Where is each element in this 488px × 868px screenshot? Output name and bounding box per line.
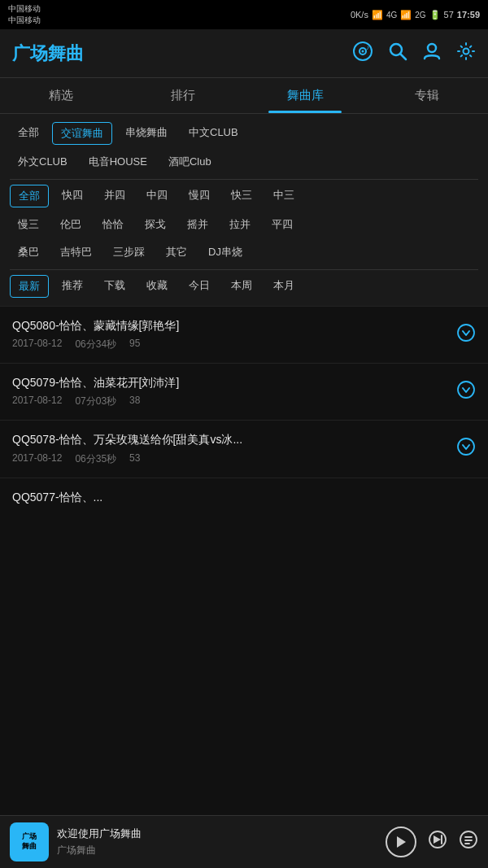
filter-group1-row1: 全部 交谊舞曲 串烧舞曲 中文CLUB	[10, 122, 478, 145]
status-right: 0K/s 📶 4G 📶 2G 🔋 57 17:59	[351, 10, 480, 20]
filter-quanbu2[interactable]: 全部	[10, 185, 49, 207]
filter-jiaoyiwuqu[interactable]: 交谊舞曲	[52, 122, 112, 145]
filter-qita[interactable]: 其它	[158, 242, 195, 263]
filter-group2-row1: 全部 快四 并四 中四 慢四 快三 中三	[10, 185, 478, 207]
filter-chuanshao[interactable]: 串烧舞曲	[117, 122, 176, 145]
filter-mansan[interactable]: 慢三	[10, 214, 47, 235]
app-title: 广场舞曲	[12, 41, 352, 66]
song-date: 2017-08-12	[12, 395, 62, 408]
filter-lunba[interactable]: 伦巴	[52, 214, 89, 235]
filter-labing[interactable]: 拉并	[221, 214, 259, 235]
song-plays: 95	[129, 338, 140, 351]
filter-mansi[interactable]: 慢四	[181, 185, 218, 207]
svg-point-6	[428, 44, 436, 52]
filter-bingsi[interactable]: 并四	[96, 185, 133, 207]
filter-benzou[interactable]: 本周	[223, 275, 260, 298]
svg-point-10	[458, 438, 474, 455]
filter-divider1	[10, 179, 478, 180]
filter-kuaisan[interactable]: 快三	[223, 185, 260, 207]
filter-kuaisi[interactable]: 快四	[54, 185, 91, 207]
song-title: QQ5078-恰恰、万朵玫瑰送给你[甜美真vs冰...	[12, 432, 448, 447]
filter-divider2	[10, 269, 478, 270]
song-plays: 38	[129, 395, 140, 408]
svg-text:♪: ♪	[366, 44, 369, 51]
app-header: 广场舞曲 ♪	[0, 29, 488, 78]
filter-group1-row2: 外文CLUB 电音HOUSE 酒吧Club	[10, 151, 478, 172]
disc-icon[interactable]: ♪	[352, 41, 373, 67]
player-song-title: 欢迎使用广场舞曲	[57, 827, 386, 841]
carrier1: 中国移动	[8, 3, 41, 15]
filter-yaobing[interactable]: 摇并	[179, 214, 216, 235]
battery-icon: 🔋	[429, 10, 441, 20]
filter-waiwenclub[interactable]: 外文CLUB	[10, 151, 76, 172]
tab-jingxuan[interactable]: 精选	[0, 78, 122, 113]
network-speed: 0K/s	[351, 10, 368, 20]
chevron-down-icon[interactable]	[456, 437, 476, 460]
svg-marker-11	[397, 836, 406, 848]
song-meta: 2017-08-12 07分03秒 38	[12, 395, 448, 408]
filter-shoucang[interactable]: 收藏	[138, 275, 176, 298]
svg-point-2	[362, 50, 364, 52]
song-item[interactable]: QQ5080-恰恰、蒙藏情缘[郭艳华] 2017-08-12 06分34秒 95	[0, 307, 488, 364]
play-button[interactable]	[386, 827, 416, 857]
chevron-down-icon[interactable]	[456, 323, 476, 347]
filter-benyue[interactable]: 本月	[265, 275, 303, 298]
song-duration: 06分35秒	[75, 452, 116, 466]
chevron-down-icon[interactable]	[456, 380, 476, 403]
search-icon[interactable]	[388, 41, 407, 66]
header-icons: ♪	[352, 41, 476, 67]
battery-level: 57	[444, 10, 454, 20]
player-subtitle: 广场舞曲	[57, 844, 386, 857]
song-item[interactable]: QQ5078-恰恰、万朵玫瑰送给你[甜美真vs冰... 2017-08-12 0…	[0, 421, 488, 478]
song-duration: 06分34秒	[75, 338, 116, 351]
song-meta: 2017-08-12 06分35秒 53	[12, 452, 448, 466]
filter-zuixin[interactable]: 最新	[10, 275, 49, 298]
player-thumbnail: 广场舞曲	[10, 822, 49, 861]
next-button[interactable]	[428, 830, 447, 854]
settings-icon[interactable]	[456, 41, 476, 66]
user-icon[interactable]	[422, 41, 442, 66]
svg-point-15	[460, 831, 477, 848]
filter-dianyinhouse[interactable]: 电音HOUSE	[81, 151, 155, 172]
song-plays: 53	[129, 452, 140, 466]
song-title: QQ5079-恰恰、油菜花开[刘沛洋]	[12, 375, 448, 390]
filter-sanbucai[interactable]: 三步踩	[105, 242, 153, 263]
tab-wuquku[interactable]: 舞曲库	[244, 78, 366, 113]
main-tabs: 精选 排行 舞曲库 专辑	[0, 78, 488, 114]
filter-xiazai[interactable]: 下载	[96, 275, 133, 298]
tab-zhuanji[interactable]: 专辑	[366, 78, 488, 113]
song-list: QQ5080-恰恰、蒙藏情缘[郭艳华] 2017-08-12 06分34秒 95…	[0, 307, 488, 519]
song-date: 2017-08-12	[12, 452, 62, 466]
song-title: QQ5080-恰恰、蒙藏情缘[郭艳华]	[12, 318, 448, 333]
filter-group3: 最新 推荐 下载 收藏 今日 本周 本月	[10, 275, 478, 298]
filter-jinri[interactable]: 今日	[181, 275, 218, 298]
filter-sangba[interactable]: 桑巴	[10, 242, 47, 263]
filter-quanbu1[interactable]: 全部	[10, 122, 47, 145]
filter-zhongsi[interactable]: 中四	[138, 185, 176, 207]
song-info: QQ5077-恰恰、...	[12, 490, 476, 509]
song-item[interactable]: QQ5079-恰恰、油菜花开[刘沛洋] 2017-08-12 07分03秒 38	[0, 364, 488, 421]
filter-tuijian[interactable]: 推荐	[54, 275, 91, 298]
status-bar: 中国移动 中国移动 0K/s 📶 4G 📶 2G 🔋 57 17:59	[0, 0, 488, 29]
carrier-info: 中国移动 中国移动	[8, 3, 41, 26]
filter-qiaqia[interactable]: 恰恰	[94, 214, 132, 235]
song-duration: 07分03秒	[75, 395, 116, 408]
filter-section: 全部 交谊舞曲 串烧舞曲 中文CLUB 外文CLUB 电音HOUSE 酒吧Clu…	[0, 114, 488, 307]
filter-jiubaclub[interactable]: 酒吧Club	[160, 151, 220, 172]
filter-pingsi[interactable]: 平四	[264, 214, 301, 235]
filter-tantange[interactable]: 探戈	[137, 214, 174, 235]
filter-zhongsan[interactable]: 中三	[265, 185, 303, 207]
song-info: QQ5078-恰恰、万朵玫瑰送给你[甜美真vs冰... 2017-08-12 0…	[12, 432, 448, 465]
filter-group2-row3: 桑巴 吉特巴 三步踩 其它 DJ串烧	[10, 242, 478, 263]
tab-paihang[interactable]: 排行	[122, 78, 244, 113]
song-info: QQ5080-恰恰、蒙藏情缘[郭艳华] 2017-08-12 06分34秒 95	[12, 318, 448, 351]
svg-point-8	[458, 325, 474, 341]
filter-zhongwenclub[interactable]: 中文CLUB	[181, 122, 246, 145]
filter-jiteba[interactable]: 吉特巴	[52, 242, 100, 263]
filter-djchuanshao[interactable]: DJ串烧	[200, 242, 251, 263]
player-bar: 广场舞曲 欢迎使用广场舞曲 广场舞曲	[0, 815, 488, 868]
song-item-partial[interactable]: QQ5077-恰恰、...	[0, 478, 488, 519]
signal-2g: 2G	[415, 11, 425, 20]
song-title: QQ5077-恰恰、...	[12, 490, 476, 504]
playlist-button[interactable]	[459, 830, 478, 854]
